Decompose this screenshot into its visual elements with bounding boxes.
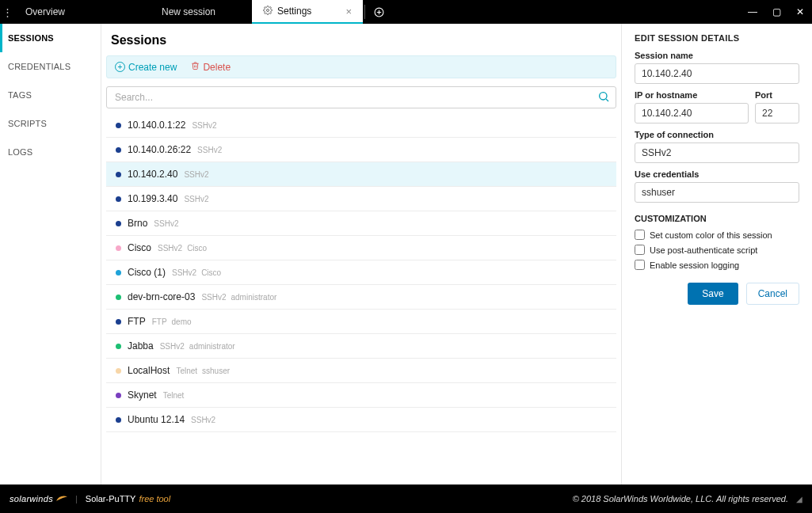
session-row[interactable]: JabbaSSHv2administrator xyxy=(106,334,616,359)
session-row[interactable]: 10.140.0.26:22SSHv2 xyxy=(106,138,616,162)
session-name: LocalHost xyxy=(128,365,170,376)
session-row[interactable]: 10.199.3.40SSHv2 xyxy=(106,187,616,211)
session-name: 10.140.0.26:22 xyxy=(128,144,191,155)
chk-post-auth-script[interactable]: Use post-authenticate script xyxy=(635,245,799,255)
session-name: Jabba xyxy=(128,340,154,352)
session-row[interactable]: dev-brn-core-03SSHv2administrator xyxy=(106,285,616,310)
cred-select[interactable]: sshuser xyxy=(635,182,799,203)
session-row[interactable]: SkynetTelnet xyxy=(106,383,616,408)
tab-close-icon[interactable]: × xyxy=(334,6,352,17)
tab-settings-label: Settings xyxy=(277,6,311,17)
session-name: Brno xyxy=(128,218,147,229)
session-name: dev-brn-core-03 xyxy=(128,291,195,302)
chk-custom-color-box[interactable] xyxy=(635,230,645,240)
session-row[interactable]: 10.140.2.40SSHv2 xyxy=(106,162,616,187)
body: SESSIONSCREDENTIALSTAGSSCRIPTSLOGS Sessi… xyxy=(0,24,812,484)
session-name-input[interactable] xyxy=(635,63,799,84)
save-button[interactable]: Save xyxy=(688,283,738,305)
session-color-dot xyxy=(116,221,121,226)
sidebar-item-sessions[interactable]: SESSIONS xyxy=(0,24,101,52)
copyright: © 2018 SolarWinds Worldwide, LLC. All ri… xyxy=(573,494,788,504)
gear-icon xyxy=(263,6,273,17)
create-new-button[interactable]: + Create new xyxy=(115,62,177,73)
ip-input[interactable] xyxy=(635,103,749,124)
session-row[interactable]: Ubuntu 12.14SSHv2 xyxy=(106,408,616,432)
session-row[interactable]: LocalHostTelnetsshuser xyxy=(106,359,616,383)
customization-heading: CUSTOMIZATION xyxy=(635,214,799,223)
port-label: Port xyxy=(755,90,799,100)
chk-post-auth-script-box[interactable] xyxy=(635,245,645,255)
session-credential: sshuser xyxy=(202,367,230,375)
chk-custom-color-label: Set custom color of this session xyxy=(650,230,772,240)
session-color-dot xyxy=(116,270,121,276)
session-protocol: SSHv2 xyxy=(158,244,182,253)
search-box xyxy=(106,86,616,108)
session-name: 10.140.2.40 xyxy=(128,169,177,180)
session-protocol: SSHv2 xyxy=(191,416,215,424)
session-color-dot xyxy=(116,319,121,325)
session-color-dot xyxy=(116,123,121,128)
session-credential: demo xyxy=(172,317,192,326)
create-new-label: Create new xyxy=(128,62,177,73)
ip-label: IP or hostname xyxy=(635,90,749,100)
session-color-dot xyxy=(116,196,121,202)
chk-custom-color[interactable]: Set custom color of this session xyxy=(635,230,799,240)
type-select[interactable]: SSHv2 xyxy=(635,142,799,163)
brand-logo: solarwinds xyxy=(10,494,67,504)
session-row[interactable]: CiscoSSHv2Cisco xyxy=(106,236,616,260)
session-name: 10.140.0.1:22 xyxy=(128,120,185,131)
tab-new-session[interactable]: New session xyxy=(125,0,252,24)
session-protocol: SSHv2 xyxy=(154,219,178,228)
search-input[interactable] xyxy=(106,86,616,108)
menu-dots-icon[interactable]: ⋮ xyxy=(0,0,14,24)
edit-panel: EDIT SESSION DETAILS Session name IP or … xyxy=(622,24,812,484)
session-credential: administrator xyxy=(231,293,277,302)
cancel-button[interactable]: Cancel xyxy=(746,283,799,305)
tab-overview-label: Overview xyxy=(25,6,65,17)
resize-grip-icon[interactable]: ◢ xyxy=(796,495,802,504)
add-tab-button[interactable] xyxy=(367,0,391,24)
tab-divider xyxy=(364,5,365,19)
chk-session-logging[interactable]: Enable session logging xyxy=(635,260,799,270)
topbar-spacer xyxy=(391,0,741,24)
session-credential: administrator xyxy=(189,342,235,351)
panel-buttons: Save Cancel xyxy=(635,283,799,305)
port-input[interactable] xyxy=(755,103,799,124)
session-protocol: SSHv2 xyxy=(184,195,208,203)
page-title: Sessions xyxy=(106,24,621,55)
tab-new-session-label: New session xyxy=(162,6,215,17)
session-color-dot xyxy=(116,368,121,374)
session-row[interactable]: 10.140.0.1:22SSHv2 xyxy=(106,113,616,138)
session-name: Skynet xyxy=(128,390,157,401)
sidebar-item-scripts[interactable]: SCRIPTS xyxy=(0,109,101,138)
session-credential: Cisco xyxy=(187,244,207,253)
session-color-dot xyxy=(116,245,121,251)
session-row[interactable]: FTPFTPdemo xyxy=(106,310,616,334)
session-row[interactable]: BrnoSSHv2 xyxy=(106,211,616,236)
session-protocol: SSHv2 xyxy=(172,268,196,277)
session-name: FTP xyxy=(128,316,146,327)
tab-overview[interactable]: Overview xyxy=(14,0,125,24)
free-tool-label: free tool xyxy=(139,494,170,504)
session-name: Cisco (1) xyxy=(128,267,166,278)
session-color-dot xyxy=(116,344,121,349)
chk-session-logging-box[interactable] xyxy=(635,260,645,270)
session-color-dot xyxy=(116,417,121,423)
sidebar-item-logs[interactable]: LOGS xyxy=(0,138,101,166)
window-minimize[interactable]: — xyxy=(741,0,764,24)
session-color-dot xyxy=(116,172,121,177)
chk-session-logging-label: Enable session logging xyxy=(650,260,739,270)
action-bar: + Create new Delete xyxy=(106,55,616,78)
session-row[interactable]: Cisco (1)SSHv2Cisco xyxy=(106,260,616,285)
delete-label: Delete xyxy=(203,62,231,73)
svg-point-4 xyxy=(600,93,607,100)
sidebar-item-tags[interactable]: TAGS xyxy=(0,81,101,109)
tab-settings[interactable]: Settings × xyxy=(252,0,363,24)
search-icon[interactable] xyxy=(597,90,610,106)
window-close[interactable]: ✕ xyxy=(788,0,812,24)
delete-button[interactable]: Delete xyxy=(191,61,231,73)
window-maximize[interactable]: ▢ xyxy=(764,0,788,24)
session-name: Cisco xyxy=(128,242,151,253)
svg-point-0 xyxy=(267,9,269,11)
sidebar-item-credentials[interactable]: CREDENTIALS xyxy=(0,52,101,81)
